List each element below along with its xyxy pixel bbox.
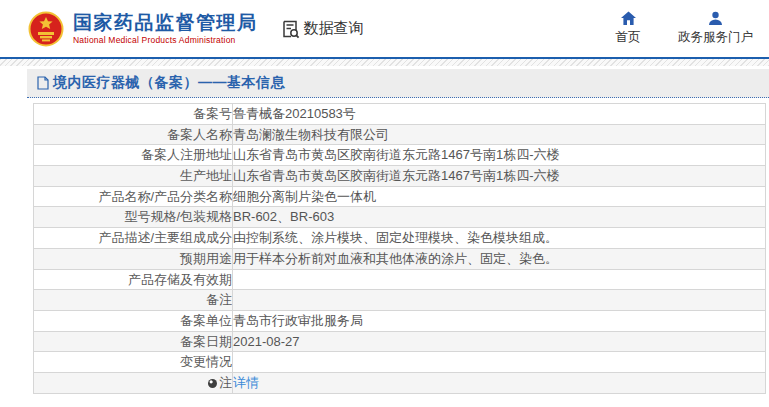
label-cell: 备案人注册地址 xyxy=(34,145,233,166)
value-cell: 青岛澜澈生物科技有限公司 xyxy=(233,124,766,145)
section-title-bar: 境内医疗器械（备案）——基本信息 xyxy=(27,69,769,98)
value-cell: 青岛市行政审批服务局 xyxy=(233,310,766,331)
row-change-status: 变更情况 xyxy=(34,352,766,373)
site-title: 国家药品监督管理局 xyxy=(73,12,258,34)
data-query-label: 数据查询 xyxy=(304,19,364,38)
value-cell: 山东省青岛市黄岛区胶南街道东元路1467号南1栋四-六楼 xyxy=(233,166,766,187)
row-product-name: 产品名称/产品分类名称 细胞分离制片染色一体机 xyxy=(34,186,766,207)
row-production-address: 生产地址 山东省青岛市黄岛区胶南街道东元路1467号南1栋四-六楼 xyxy=(34,166,766,187)
top-nav: 首页 政务服务门户 xyxy=(604,11,769,46)
nav-gov-portal-label: 政务服务门户 xyxy=(678,29,753,46)
value-cell: 详情 xyxy=(233,372,766,393)
row-remarks: 备注 xyxy=(34,290,766,311)
label-cell: 备注 xyxy=(34,290,233,311)
national-emblem-icon xyxy=(28,11,64,47)
label-cell: 备案号 xyxy=(34,104,233,125)
document-search-icon xyxy=(280,19,300,39)
site-header: 国家药品监督管理局 National Medical Products Admi… xyxy=(0,0,769,57)
row-filing-authority: 备案单位 青岛市行政审批服务局 xyxy=(34,310,766,331)
value-cell: 细胞分离制片染色一体机 xyxy=(233,186,766,207)
label-cell: 产品名称/产品分类名称 xyxy=(34,186,233,207)
nav-item-home[interactable]: 首页 xyxy=(604,11,652,46)
nav-item-gov-portal[interactable]: 政务服务门户 xyxy=(678,11,753,46)
value-cell: 2021-08-27 xyxy=(233,331,766,352)
label-cell: 备案人名称 xyxy=(34,124,233,145)
row-intended-use: 预期用途 用于样本分析前对血液和其他体液的涂片、固定、染色。 xyxy=(34,248,766,269)
row-model-spec: 型号规格/包装规格 BR-602、BR-603 xyxy=(34,207,766,228)
label-cell: 型号规格/包装规格 xyxy=(34,207,233,228)
value-cell: BR-602、BR-603 xyxy=(233,207,766,228)
label-cell: 备案日期 xyxy=(34,331,233,352)
detail-link[interactable]: 详情 xyxy=(233,375,259,390)
label-cell: 预期用途 xyxy=(34,248,233,269)
value-cell xyxy=(233,269,766,290)
label-cell: 产品存储及有效期 xyxy=(34,269,233,290)
data-query-nav[interactable]: 数据查询 xyxy=(280,19,364,39)
site-logo[interactable]: 国家药品监督管理局 National Medical Products Admi… xyxy=(28,11,258,47)
row-registrant-address: 备案人注册地址 山东省青岛市黄岛区胶南街道东元路1467号南1栋四-六楼 xyxy=(34,145,766,166)
row-record-number: 备案号 鲁青械备20210583号 xyxy=(34,104,766,125)
filing-info-table: 备案号 鲁青械备20210583号 备案人名称 青岛澜澈生物科技有限公司 备案人… xyxy=(33,103,766,394)
logo-text: 国家药品监督管理局 National Medical Products Admi… xyxy=(73,12,258,46)
document-icon xyxy=(37,76,49,90)
label-cell: 注 xyxy=(34,372,233,393)
note-dot-icon xyxy=(208,379,217,388)
section-title: 境内医疗器械（备案）——基本信息 xyxy=(53,74,285,92)
value-cell: 鲁青械备20210583号 xyxy=(233,104,766,125)
label-cell: 变更情况 xyxy=(34,352,233,373)
site-subtitle: National Medical Products Administration xyxy=(73,35,258,45)
note-label: 注 xyxy=(219,375,232,390)
value-cell: 由控制系统、涂片模块、固定处理模块、染色模块组成。 xyxy=(233,228,766,249)
row-note: 注 详情 xyxy=(34,372,766,393)
value-cell xyxy=(233,352,766,373)
nav-home-label: 首页 xyxy=(616,29,641,46)
row-product-description: 产品描述/主要组成成分 由控制系统、涂片模块、固定处理模块、染色模块组成。 xyxy=(34,228,766,249)
label-cell: 产品描述/主要组成成分 xyxy=(34,228,233,249)
home-icon xyxy=(620,11,637,26)
row-registrant-name: 备案人名称 青岛澜澈生物科技有限公司 xyxy=(34,124,766,145)
user-icon xyxy=(708,11,723,26)
value-cell xyxy=(233,290,766,311)
hatched-strip xyxy=(0,59,769,66)
value-cell: 用于样本分析前对血液和其他体液的涂片、固定、染色。 xyxy=(233,248,766,269)
row-storage-validity: 产品存储及有效期 xyxy=(34,269,766,290)
value-cell: 山东省青岛市黄岛区胶南街道东元路1467号南1栋四-六楼 xyxy=(233,145,766,166)
label-cell: 备案单位 xyxy=(34,310,233,331)
row-filing-date: 备案日期 2021-08-27 xyxy=(34,331,766,352)
label-cell: 生产地址 xyxy=(34,166,233,187)
